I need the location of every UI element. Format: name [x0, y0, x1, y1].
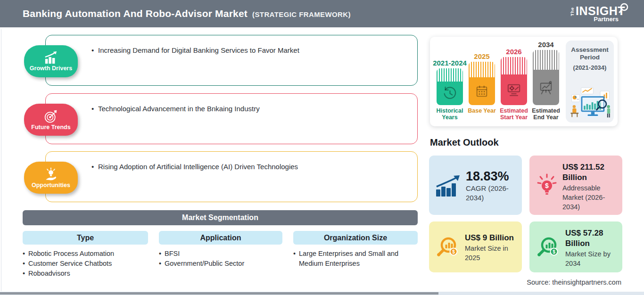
history-clock-icon	[442, 86, 457, 101]
bulb-dollar-icon: $	[536, 162, 558, 209]
future-trends-list: Technological Advancement in the Bnkaing…	[91, 104, 406, 114]
timeline-bar	[501, 57, 527, 105]
segment-item: Robotic Process Automation	[23, 249, 148, 259]
segment-item: Government/Public Sector	[159, 259, 282, 269]
logo-col: INSIGHT Partners	[576, 5, 625, 23]
market-size-2034-value: US$ 57.28 Billion	[565, 228, 617, 249]
segment-item: Large Enterprises and Small and Medium E…	[293, 249, 418, 269]
card-text: US$ 211.52 Billion Addressable Market (2…	[562, 162, 617, 209]
timeline-bar	[437, 68, 463, 105]
logo-the-text: The	[570, 7, 575, 16]
future-trend-item: Technological Advancement in the Bnkaing…	[91, 104, 406, 114]
opportunities-list: Rising Adoption of Artificial Intelligen…	[91, 162, 406, 172]
bar-striped-top	[469, 62, 495, 77]
bar-body	[533, 70, 559, 105]
badge-label: Opportunities	[32, 182, 70, 188]
growth-drivers-list: Increasing Demand for Digital Banking Se…	[91, 45, 406, 55]
segment-column-organization-size: Organization Size Large Enterprises and …	[293, 231, 418, 279]
growth-driver-item: Increasing Demand for Digital Banking Se…	[91, 45, 406, 55]
bar-caption: Estimated Start Year	[499, 107, 529, 123]
card-text: US$ 9 Billion Market Size in 2025	[465, 233, 516, 262]
insight-partners-logo: The INSIGHT Partners	[570, 5, 625, 23]
segment-item: Roboadvisors	[23, 269, 148, 279]
assessment-period-panel: Assessment Period (2021-2034)	[566, 41, 614, 123]
svg-text:$: $	[553, 249, 555, 254]
analytics-illustration	[568, 86, 611, 120]
infographic-page: Banking Automation And Robo-Advisor Mark…	[0, 0, 644, 295]
horizontal-scrollbar-thumb[interactable]	[0, 292, 438, 295]
page-edge-line	[1, 29, 1, 291]
bar-body	[469, 77, 495, 105]
target-dart-icon	[44, 109, 58, 123]
opportunities-section: Opportunities Rising Adoption of Artific…	[45, 151, 418, 202]
segment-column-type: Type Robotic Process Automation Customer…	[23, 231, 148, 279]
bar-year-label: 2026	[506, 48, 521, 56]
timeline-bar	[469, 62, 495, 105]
horizontal-scrollbar[interactable]	[0, 292, 644, 295]
logo-partners-text: Partners	[594, 16, 619, 23]
bar-caption: Estimated End Year	[531, 107, 561, 123]
bar-caption: Historical Years	[435, 107, 465, 123]
opportunities-badge: Opportunities	[24, 162, 78, 194]
page-title: Banking Automation And Robo-Advisor Mark…	[23, 8, 248, 19]
addressable-market-card: $ US$ 211.52 Billion Addressable Market …	[529, 156, 622, 215]
growth-bars-arrow-icon	[436, 175, 461, 197]
magnifier-chart-icon: $	[436, 236, 460, 259]
cagr-card: 18.83% CAGR (2026-2034)	[429, 156, 522, 215]
market-size-2025-card: $ US$ 9 Billion Market Size in 2025	[429, 221, 522, 272]
segment-list-application: BFSI Government/Public Sector	[159, 249, 282, 269]
bar-striped-top	[533, 50, 559, 70]
bar-caption: Base Year	[468, 107, 496, 123]
market-size-2025-label: Market Size in 2025	[465, 244, 516, 262]
page-subtitle: (STRATEGIC FRAMEWORK)	[252, 10, 351, 18]
segment-item: BFSI	[159, 249, 282, 259]
future-trends-section: Future Trends Technological Advancement …	[45, 93, 418, 144]
svg-text:$: $	[545, 182, 549, 189]
timeline-bar-historical: 2021-2024 Historical Years	[435, 41, 465, 123]
title-wrap: Banking Automation And Robo-Advisor Mark…	[23, 8, 570, 19]
monitor-gear-icon	[506, 82, 522, 97]
growth-drivers-badge: Growth Drivers	[24, 45, 78, 77]
timeline-bar	[533, 50, 559, 105]
presentation-board-icon	[538, 81, 553, 95]
badge-label: Future Trends	[31, 124, 70, 131]
bar-striped-top	[501, 57, 527, 74]
segment-list-organization-size: Large Enterprises and Small and Medium E…	[293, 249, 418, 269]
market-size-2034-card: $ US$ 57.28 Billion Market Size by 2034	[529, 221, 622, 272]
timeline-bars: 2021-2024 Historical Years 2025	[434, 41, 562, 123]
bar-striped-top	[437, 68, 463, 82]
market-segmentation-header: Market Segmentation	[23, 210, 418, 225]
opportunity-item: Rising Adoption of Artificial Intelligen…	[91, 162, 406, 172]
growth-drivers-section: Growth Drivers Increasing Demand for Dig…	[45, 35, 418, 86]
assessment-period-range: (2021-2034)	[573, 64, 607, 71]
bar-body	[501, 74, 527, 105]
addressable-market-value: US$ 211.52 Billion	[562, 162, 617, 183]
bar-body	[437, 82, 463, 105]
segment-list-type: Robotic Process Automation Customer Serv…	[23, 249, 148, 279]
source-credit: Source: theinsightpartners.com	[527, 279, 621, 286]
assessment-period-title: Assessment Period	[569, 46, 611, 61]
magnifier-chart-icon: $	[536, 228, 561, 267]
idea-hand-icon	[43, 167, 58, 181]
market-segmentation-title: Market Segmentation	[182, 213, 258, 222]
segmentation-columns: Type Robotic Process Automation Customer…	[23, 231, 418, 279]
future-trends-badge: Future Trends	[24, 104, 78, 136]
growth-chart-icon	[43, 51, 59, 65]
bar-year-label: 2034	[538, 41, 553, 49]
market-outlook-title: Market Outlook	[430, 137, 499, 148]
cagr-value: 18.83%	[466, 169, 516, 183]
segment-header-organization-size: Organization Size	[293, 231, 418, 245]
market-size-2025-value: US$ 9 Billion	[465, 233, 516, 243]
header-bar: Banking Automation And Robo-Advisor Mark…	[0, 0, 644, 27]
magnifier-icon	[618, 2, 630, 15]
segment-header-type: Type	[23, 231, 148, 245]
timeline-bar-start-year: 2026 Estimated Start Year	[499, 41, 529, 123]
bar-year-label: 2021-2024	[433, 59, 467, 67]
segment-item: Customer Service Chatbots	[23, 259, 148, 269]
calendar-icon	[475, 84, 489, 98]
addressable-market-label: Addressable Market (2026-2034)	[562, 183, 617, 212]
timeline-bar-base-year: 2025	[467, 41, 497, 123]
outlook-cards: 18.83% CAGR (2026-2034) $	[429, 156, 622, 272]
timeline-panel: 2021-2024 Historical Years 2025	[430, 37, 618, 126]
bar-year-label: 2025	[474, 52, 489, 60]
